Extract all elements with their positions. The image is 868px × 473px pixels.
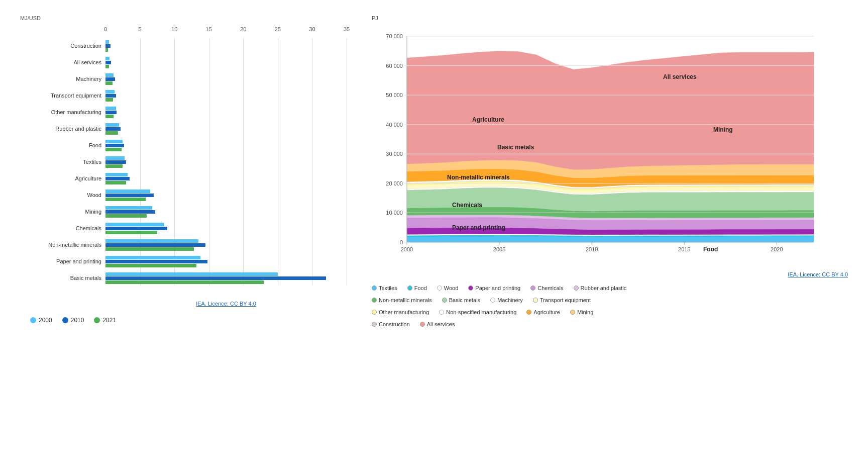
right-panel: PJ 010 00020 00030 00040 00050 00060 000… — [362, 10, 858, 463]
right-legend-dot — [407, 286, 412, 291]
right-legend-label: Food — [414, 285, 427, 291]
x-tick-label: 2010 — [586, 246, 598, 252]
y-tick-label: 30 000 — [386, 151, 403, 157]
bar — [105, 148, 122, 151]
y-tick-label: 60 000 — [386, 63, 403, 69]
bar — [105, 247, 194, 251]
legend-label: 2010 — [71, 317, 84, 324]
right-legend-label: Mining — [577, 309, 593, 315]
bar-row: Paper and printing — [105, 254, 347, 269]
bar-label: Transport equipment — [21, 92, 101, 99]
chart-label: All services — [663, 73, 697, 80]
bar-row: Transport equipment — [105, 88, 347, 103]
right-legend-label: Rubber and plastic — [581, 285, 627, 291]
bar-label: Food — [21, 142, 101, 148]
bar — [105, 40, 109, 44]
right-legend-item: Other manufacturing — [372, 309, 429, 315]
right-legend-dot — [526, 310, 531, 315]
legend-item: 2010 — [62, 317, 84, 324]
area-layer — [407, 237, 814, 242]
bar — [105, 243, 205, 247]
bar — [105, 61, 111, 64]
x-tick-label: 2000 — [401, 246, 413, 252]
right-legend-item: Non-metallic minerals — [372, 297, 432, 303]
bar — [105, 264, 196, 267]
bar — [105, 48, 108, 52]
right-legend-item: Paper and printing — [468, 285, 520, 291]
bar — [105, 198, 146, 201]
legend-dot — [62, 317, 68, 323]
bar-label: Textiles — [21, 159, 101, 165]
area-chart-container: 010 00020 00030 00040 00050 00060 00070 … — [372, 26, 848, 269]
bar — [105, 123, 119, 127]
right-legend-item: Non-specified manufacturing — [439, 309, 516, 315]
legend-dot — [94, 317, 100, 323]
legend-label: 2000 — [39, 317, 52, 324]
bar-label: Chemicals — [21, 225, 101, 231]
bar — [105, 214, 147, 218]
bar — [105, 280, 264, 284]
right-legend-dot — [490, 298, 495, 303]
right-legend-label: Agriculture — [533, 309, 560, 315]
bar-row: Basic metals — [105, 270, 347, 286]
bar-label: Machinery — [21, 76, 101, 82]
chart-label: Paper and printing — [452, 224, 505, 231]
right-legend-label: Non-metallic minerals — [379, 297, 432, 303]
left-license-link[interactable]: IEA. Licence: CC BY 4.0 — [105, 301, 347, 307]
bar — [105, 140, 123, 143]
right-legend-label: Construction — [379, 321, 410, 327]
right-legend-item: Textiles — [372, 285, 397, 291]
right-legend-label: Non-specified manufacturing — [446, 309, 516, 315]
right-legend-dot — [437, 286, 442, 291]
bar — [105, 98, 113, 102]
chart-label: Chemicals — [452, 202, 482, 209]
bar-row: Food — [105, 138, 347, 153]
bar — [105, 44, 111, 48]
right-legend-item: Agriculture — [526, 309, 560, 315]
right-legend-label: Chemicals — [537, 285, 563, 291]
x-tick-label: 2020 — [771, 246, 783, 252]
bar-row: Non-metallic minerals — [105, 237, 347, 252]
y-tick-label: 0 — [400, 239, 403, 245]
right-legend-item: Transport equipment — [533, 297, 591, 303]
bar — [105, 210, 155, 214]
bar-label: Basic metals — [21, 275, 101, 281]
bar-label: Other manufacturing — [21, 109, 101, 115]
left-panel: MJ/USD 05101520253035 ConstructionAll se… — [10, 10, 362, 463]
right-legend-dot — [372, 286, 377, 291]
bar — [105, 227, 167, 230]
bar — [105, 177, 130, 180]
bar-label: Wood — [21, 192, 101, 198]
right-legend: TextilesFoodWoodPaper and printingChemic… — [372, 285, 848, 329]
right-legend-label: Wood — [444, 285, 459, 291]
area-layer — [407, 51, 814, 170]
right-legend-dot — [442, 298, 447, 303]
bar — [105, 194, 154, 197]
right-legend-item: All services — [420, 321, 455, 327]
right-license-link[interactable]: IEA. Licence: CC BY 4.0 — [372, 271, 848, 277]
bar — [105, 73, 114, 77]
bar-label: Paper and printing — [21, 258, 101, 264]
right-legend-label: All services — [427, 321, 455, 327]
bar — [105, 94, 116, 98]
bar-row: Construction — [105, 38, 347, 53]
bar-row: Rubber and plastic — [105, 121, 347, 136]
chart-label: Food — [703, 246, 718, 253]
x-tick-label: 2005 — [493, 246, 505, 252]
right-legend-item: Rubber and plastic — [574, 285, 627, 291]
y-tick-label: 50 000 — [386, 92, 403, 98]
bar — [105, 81, 113, 85]
bar-label: Rubber and plastic — [21, 126, 101, 132]
right-legend-dot — [439, 310, 444, 315]
bar-row: Wood — [105, 187, 347, 203]
bar — [105, 65, 109, 68]
right-legend-label: Textiles — [379, 285, 397, 291]
bar — [105, 276, 326, 280]
right-legend-dot — [468, 286, 473, 291]
bar — [105, 160, 126, 164]
bar-row: Mining — [105, 204, 347, 219]
chart-label: Mining — [713, 126, 733, 133]
bar — [105, 231, 157, 234]
right-legend-item: Food — [407, 285, 427, 291]
bar — [105, 223, 164, 226]
